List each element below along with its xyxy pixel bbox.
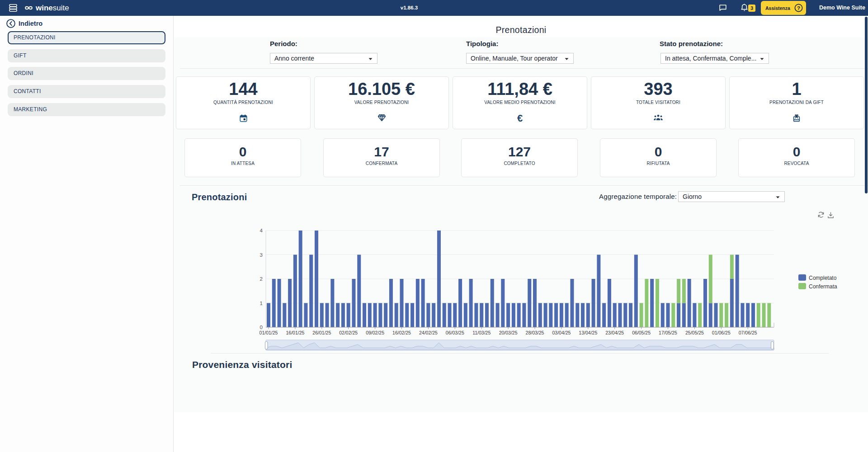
- svg-text:25/05/25: 25/05/25: [685, 330, 704, 335]
- svg-text:11/03/25: 11/03/25: [472, 330, 491, 335]
- svg-text:2: 2: [260, 276, 263, 282]
- svg-text:13/04/25: 13/04/25: [579, 330, 597, 335]
- svg-text:26/01/25: 26/01/25: [312, 330, 331, 335]
- svg-text:20/03/25: 20/03/25: [499, 330, 518, 335]
- svg-text:?: ?: [797, 5, 800, 11]
- svg-text:01/06/25: 01/06/25: [712, 330, 731, 335]
- svg-text:06/03/25: 06/03/25: [446, 330, 464, 335]
- svg-text:09/02/25: 09/02/25: [366, 330, 384, 335]
- svg-text:23/04/25: 23/04/25: [605, 330, 624, 335]
- svg-text:03/04/25: 03/04/25: [552, 330, 571, 335]
- svg-text:4: 4: [260, 228, 263, 233]
- svg-text:16/01/25: 16/01/25: [286, 330, 304, 335]
- svg-text:28/03/25: 28/03/25: [526, 330, 544, 335]
- svg-text:06/05/25: 06/05/25: [632, 330, 651, 335]
- svg-text:24/02/25: 24/02/25: [419, 330, 438, 335]
- svg-text:3: 3: [260, 252, 263, 258]
- svg-text:17/05/25: 17/05/25: [659, 330, 677, 335]
- svg-text:07/06/25: 07/06/25: [739, 330, 757, 335]
- svg-text:16/02/25: 16/02/25: [392, 330, 411, 335]
- svg-text:Confermata: Confermata: [809, 283, 837, 290]
- svg-text:0: 0: [260, 325, 263, 330]
- svg-text:Completato: Completato: [809, 275, 837, 281]
- svg-text:02/02/25: 02/02/25: [339, 330, 358, 335]
- svg-text:1: 1: [260, 301, 263, 306]
- svg-text:01/01/25: 01/01/25: [259, 330, 278, 335]
